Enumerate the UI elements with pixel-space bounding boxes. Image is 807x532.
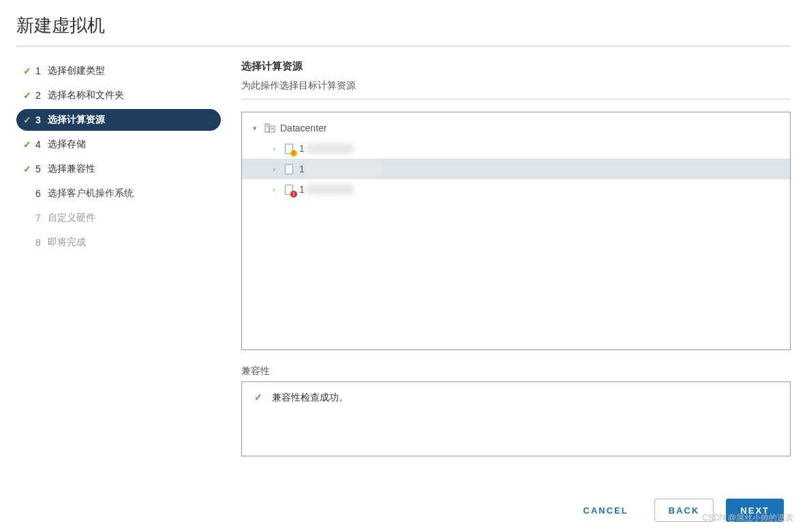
compat-message: 兼容性检查成功。 bbox=[272, 392, 348, 403]
tree-node-host[interactable]: ›!1 bbox=[242, 138, 790, 159]
tree-node-label: 1 bbox=[299, 143, 305, 154]
dialog-footer: CANCEL BACK NEXT bbox=[16, 488, 791, 532]
step-label: 选择创建类型 bbox=[48, 65, 214, 77]
wizard-steps: ✓1选择创建类型✓2选择名称和文件夹✓3选择计算资源✓4选择存储✓5选择兼容性6… bbox=[16, 60, 221, 488]
tree-node-label: 1 bbox=[299, 184, 305, 195]
datacenter-icon bbox=[264, 122, 276, 134]
host-icon: ! bbox=[283, 183, 295, 195]
step-label: 选择客户机操作系统 bbox=[48, 187, 214, 200]
compat-heading: 兼容性 bbox=[241, 365, 791, 377]
main-panel: 选择计算资源 为此操作选择目标计算资源 ▾ Datacenter ›!1›1›!… bbox=[221, 60, 791, 488]
step-label: 选择存储 bbox=[48, 138, 214, 151]
step-number: 5 bbox=[35, 163, 48, 174]
tree-node-label: 1 bbox=[299, 163, 305, 174]
warning-badge-icon: ! bbox=[290, 150, 297, 157]
step-number: 4 bbox=[35, 139, 48, 150]
tree-node-host[interactable]: ›1 bbox=[242, 159, 790, 179]
redacted-text bbox=[306, 184, 354, 195]
check-icon: ✓ bbox=[23, 114, 35, 125]
wizard-step-5[interactable]: ✓5选择兼容性 bbox=[16, 158, 221, 180]
chevron-right-icon[interactable]: › bbox=[269, 185, 279, 193]
host-icon bbox=[283, 163, 295, 175]
redacted-text bbox=[306, 163, 381, 174]
host-icon: ! bbox=[283, 142, 295, 155]
step-label: 选择兼容性 bbox=[48, 163, 214, 175]
wizard-step-7: 7自定义硬件 bbox=[16, 207, 221, 229]
redacted-text bbox=[306, 143, 354, 154]
step-number: 1 bbox=[35, 65, 48, 76]
wizard-step-1[interactable]: ✓1选择创建类型 bbox=[16, 60, 221, 82]
panel-title: 选择计算资源 bbox=[241, 60, 791, 73]
next-button[interactable]: NEXT bbox=[726, 499, 784, 522]
chevron-right-icon[interactable]: › bbox=[269, 144, 279, 153]
wizard-step-8: 8即将完成 bbox=[16, 232, 221, 253]
tree-node-host[interactable]: ›!1 bbox=[242, 179, 790, 200]
new-vm-dialog: 新建虚拟机 ✓1选择创建类型✓2选择名称和文件夹✓3选择计算资源✓4选择存储✓5… bbox=[0, 0, 807, 532]
step-number: 6 bbox=[35, 188, 48, 199]
wizard-step-6: 6选择客户机操作系统 bbox=[16, 183, 221, 204]
step-number: 2 bbox=[35, 90, 48, 101]
tree-node-datacenter[interactable]: ▾ Datacenter bbox=[242, 118, 790, 138]
chevron-right-icon[interactable]: › bbox=[269, 165, 279, 173]
check-icon: ✓ bbox=[23, 65, 35, 76]
step-number: 8 bbox=[35, 237, 48, 248]
panel-subtitle: 为此操作选择目标计算资源 bbox=[241, 80, 791, 99]
wizard-step-3[interactable]: ✓3选择计算资源 bbox=[16, 109, 221, 131]
step-label: 即将完成 bbox=[48, 236, 214, 249]
back-button[interactable]: BACK bbox=[654, 499, 714, 522]
dialog-body: ✓1选择创建类型✓2选择名称和文件夹✓3选择计算资源✓4选择存储✓5选择兼容性6… bbox=[16, 46, 791, 488]
chevron-down-icon[interactable]: ▾ bbox=[250, 124, 260, 133]
step-label: 自定义硬件 bbox=[48, 212, 214, 224]
wizard-step-2[interactable]: ✓2选择名称和文件夹 bbox=[16, 84, 221, 106]
cancel-button[interactable]: CANCEL bbox=[570, 499, 642, 522]
check-icon: ✓ bbox=[23, 90, 35, 101]
check-icon: ✓ bbox=[23, 163, 35, 174]
error-badge-icon: ! bbox=[290, 191, 297, 198]
wizard-step-4[interactable]: ✓4选择存储 bbox=[16, 134, 221, 155]
step-label: 选择名称和文件夹 bbox=[48, 89, 214, 101]
check-icon: ✓ bbox=[254, 392, 262, 403]
step-label: 选择计算资源 bbox=[48, 114, 214, 126]
dialog-title: 新建虚拟机 bbox=[16, 14, 791, 46]
step-number: 7 bbox=[35, 213, 48, 223]
tree-node-label: Datacenter bbox=[280, 123, 326, 134]
compat-box: ✓ 兼容性检查成功。 bbox=[241, 381, 791, 456]
step-number: 3 bbox=[35, 114, 48, 125]
resource-tree[interactable]: ▾ Datacenter ›!1›1›!1 bbox=[241, 112, 791, 350]
check-icon: ✓ bbox=[23, 139, 35, 150]
